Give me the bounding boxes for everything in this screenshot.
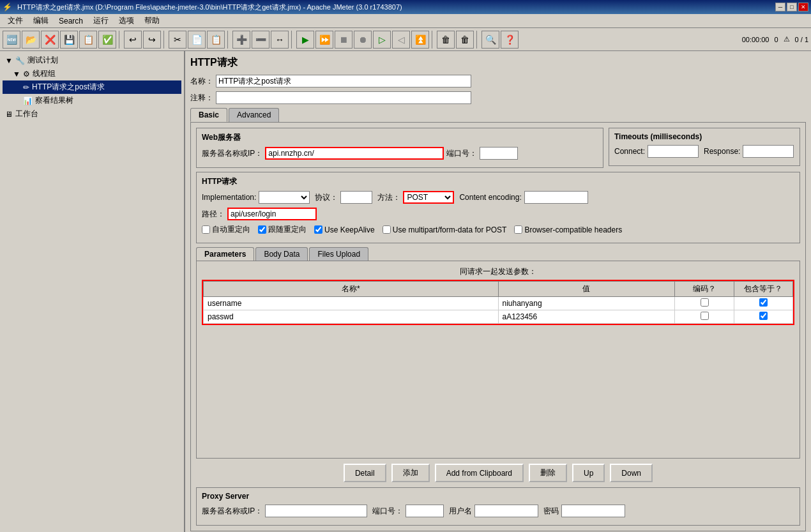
- server-input[interactable]: [265, 147, 444, 160]
- down-button[interactable]: Down: [610, 464, 653, 482]
- table-row: username niuhanyang: [204, 297, 793, 310]
- encode-checkbox[interactable]: [701, 298, 709, 307]
- web-server-section-title: Web服务器: [202, 132, 598, 143]
- protocol-input[interactable]: [340, 191, 372, 204]
- tab-files-upload[interactable]: Files Upload: [309, 247, 368, 261]
- sidebar-item-workbench[interactable]: 🖥 工作台: [3, 107, 181, 121]
- menu-help[interactable]: 帮助: [139, 14, 165, 27]
- name-label: 名称：: [190, 76, 213, 87]
- sidebar-item-http-post[interactable]: ✏ HTTP请求之post请求: [3, 80, 181, 94]
- save-all-button[interactable]: 📋: [79, 31, 97, 49]
- param-include-cell[interactable]: [734, 297, 792, 310]
- tab-parameters[interactable]: Parameters: [196, 247, 254, 261]
- close-button[interactable]: ✕: [798, 3, 808, 11]
- sidebar-item-test-plan[interactable]: ▼ 🔧 测试计划: [3, 54, 181, 67]
- port-input[interactable]: [480, 147, 518, 160]
- window-title: HTTP请求之get请求.jmx (D:\Program Files\apach…: [15, 3, 775, 12]
- sidebar-item-view-results[interactable]: 📊 察看结果树: [3, 94, 181, 107]
- copy-button[interactable]: 📄: [188, 31, 206, 49]
- param-encode-cell[interactable]: [675, 297, 734, 310]
- main-layout: ▼ 🔧 测试计划 ▼ ⚙ 线程组 ✏ HTTP请求之post请求 📊 察看结果树…: [0, 51, 811, 532]
- param-name-cell[interactable]: passwd: [204, 310, 499, 324]
- encode-checkbox[interactable]: [701, 312, 709, 320]
- auto-redirect-option[interactable]: 自动重定向: [202, 224, 250, 235]
- comment-input[interactable]: [216, 91, 471, 104]
- save-button[interactable]: ❌: [41, 31, 59, 49]
- help-button[interactable]: ❓: [501, 31, 519, 49]
- proxy-server-label: 服务器名称或IP：: [202, 506, 262, 517]
- response-input[interactable]: [743, 145, 794, 158]
- add-button[interactable]: ➕: [232, 31, 250, 49]
- menu-search[interactable]: Search: [54, 15, 88, 27]
- include-checkbox[interactable]: [759, 312, 768, 320]
- method-select[interactable]: POST GET PUT DELETE: [403, 191, 454, 204]
- param-name-cell[interactable]: username: [204, 297, 499, 310]
- keepalive-option[interactable]: Use KeepAlive: [314, 225, 375, 234]
- revert-button[interactable]: ✅: [98, 31, 116, 49]
- tree-expand-icon: ▼: [13, 70, 20, 79]
- add-clipboard-button[interactable]: Add from Clipboard: [435, 464, 524, 482]
- save-file-button[interactable]: 💾: [60, 31, 78, 49]
- encoding-input[interactable]: [524, 191, 588, 204]
- menu-edit[interactable]: 编辑: [28, 14, 54, 27]
- menu-file[interactable]: 文件: [3, 14, 28, 27]
- browser-compat-option[interactable]: Browser-compatible headers: [514, 225, 622, 234]
- proxy-server-input[interactable]: [265, 505, 367, 517]
- undo-button[interactable]: ↩: [124, 31, 142, 49]
- minimize-button[interactable]: ─: [775, 3, 785, 11]
- add-button[interactable]: 添加: [391, 464, 430, 482]
- maximize-button[interactable]: □: [787, 3, 797, 11]
- start-no-pause-button[interactable]: ⏩: [315, 31, 333, 49]
- shutdown-button[interactable]: ⏺: [354, 31, 372, 49]
- function-helper-button[interactable]: 🔍: [481, 31, 499, 49]
- open-button[interactable]: 📂: [22, 31, 40, 49]
- delete-button[interactable]: 删除: [529, 464, 567, 482]
- menu-options[interactable]: 选项: [114, 14, 139, 27]
- param-value-cell[interactable]: aA123456: [498, 310, 675, 324]
- menu-run[interactable]: 运行: [88, 14, 114, 27]
- name-input[interactable]: [216, 75, 471, 87]
- detail-button[interactable]: Detail: [344, 464, 386, 482]
- multipart-option[interactable]: Use multipart/form-data for POST: [383, 225, 507, 234]
- http-request-panel: HTTP请求 名称： 注释： Basic Advanced Web服: [190, 56, 806, 531]
- multipart-checkbox[interactable]: [383, 225, 391, 234]
- browser-compat-checkbox[interactable]: [514, 225, 522, 234]
- tab-advanced[interactable]: Advanced: [229, 108, 279, 122]
- param-encode-cell[interactable]: [675, 310, 734, 324]
- start-button[interactable]: ▶: [296, 31, 314, 49]
- remote-stop-button[interactable]: ◁: [392, 31, 410, 49]
- clear-all-button[interactable]: 🗑: [456, 31, 474, 49]
- paste-button[interactable]: 📋: [207, 31, 225, 49]
- sidebar-item-thread-group[interactable]: ▼ ⚙ 线程组: [3, 67, 181, 80]
- param-include-cell[interactable]: [734, 310, 792, 324]
- main-tabs: Basic Advanced: [190, 108, 806, 122]
- param-value-cell[interactable]: niuhanyang: [498, 297, 675, 310]
- redo-button[interactable]: ↪: [143, 31, 161, 49]
- auto-redirect-checkbox[interactable]: [202, 225, 210, 234]
- implementation-select[interactable]: [259, 191, 310, 204]
- auto-redirect-label: 自动重定向: [212, 224, 250, 235]
- follow-redirect-option[interactable]: 跟随重定向: [258, 224, 307, 235]
- cut-button[interactable]: ✂: [169, 31, 186, 49]
- tab-basic[interactable]: Basic: [190, 108, 227, 122]
- expand-button[interactable]: ↔: [271, 31, 289, 49]
- remote-all-button[interactable]: ⏫: [411, 31, 429, 49]
- include-checkbox[interactable]: [759, 298, 768, 307]
- follow-redirect-checkbox[interactable]: [258, 225, 266, 234]
- up-button[interactable]: Up: [572, 464, 605, 482]
- proxy-pass-label: 密码: [543, 506, 559, 517]
- keepalive-checkbox[interactable]: [314, 225, 322, 234]
- table-row: passwd aA123456: [204, 310, 793, 324]
- proxy-port-input[interactable]: [406, 505, 444, 517]
- remove-button[interactable]: ➖: [252, 31, 269, 49]
- proxy-pass-input[interactable]: [561, 505, 625, 517]
- connect-input[interactable]: [648, 145, 699, 158]
- proxy-port-label: 端口号：: [372, 506, 403, 517]
- proxy-user-input[interactable]: [474, 505, 538, 517]
- path-input[interactable]: [227, 208, 317, 220]
- new-button[interactable]: 🆕: [3, 31, 20, 49]
- clear-button[interactable]: 🗑: [437, 31, 455, 49]
- tab-body-data[interactable]: Body Data: [255, 247, 308, 261]
- remote-start-button[interactable]: ▷: [373, 31, 391, 49]
- stop-button[interactable]: ⏹: [335, 31, 352, 49]
